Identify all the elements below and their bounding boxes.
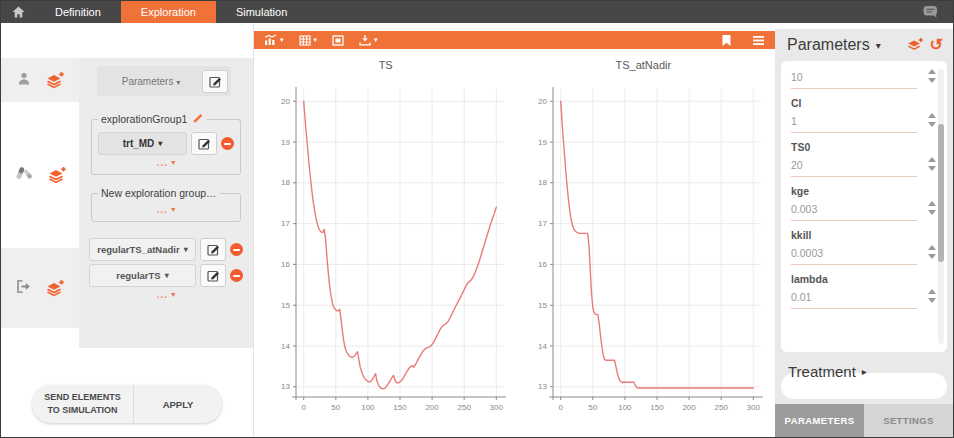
edit-trt-md-button[interactable] bbox=[191, 132, 217, 155]
param-stepper-kge[interactable] bbox=[928, 201, 936, 215]
svg-text:15: 15 bbox=[538, 301, 547, 310]
group-item-trt-md-dropdown[interactable]: trt_MD▾ bbox=[98, 132, 187, 155]
apply-button[interactable]: APPLY bbox=[134, 385, 222, 423]
svg-text:100: 100 bbox=[361, 403, 375, 412]
caret-down-icon: ▾ bbox=[171, 205, 175, 214]
param-input-ts0[interactable]: 20 bbox=[791, 155, 917, 177]
edit-regularts-button[interactable] bbox=[200, 264, 226, 287]
svg-text:200: 200 bbox=[425, 403, 439, 412]
home-icon[interactable] bbox=[1, 1, 35, 23]
rename-group-icon[interactable] bbox=[192, 112, 204, 126]
add-parameter-layer-button[interactable] bbox=[45, 71, 65, 89]
send-elements-to-simulation-button[interactable]: SEND ELEMENTS TO SIMULATION bbox=[32, 385, 134, 423]
caret-down-icon: ▾ bbox=[374, 36, 378, 44]
parameters-card: 10 Cl 1 TS0 20 kge 0.003 bbox=[781, 61, 947, 352]
param-stepper-kkill[interactable] bbox=[928, 245, 936, 259]
grid-layout-icon[interactable]: ▾ bbox=[299, 35, 318, 46]
param-field-kkill: kkill 0.0003 bbox=[791, 229, 917, 265]
param-input-cl[interactable]: 1 bbox=[791, 111, 917, 133]
charts-panel: ▾ ▾ ▾ bbox=[254, 23, 775, 437]
svg-text:13: 13 bbox=[538, 382, 547, 391]
parameters-panel-title[interactable]: Parameters bbox=[787, 36, 870, 54]
add-output-layer-button[interactable] bbox=[45, 279, 65, 297]
chart-ts: TS 0501001502002503001314151617181920 bbox=[260, 51, 512, 437]
outputs-rail-section bbox=[1, 248, 79, 328]
param-stepper-ts0[interactable] bbox=[928, 157, 936, 171]
person-icon bbox=[16, 71, 32, 90]
parameters-selector[interactable]: Parameters ▾ bbox=[100, 76, 202, 87]
tab-settings[interactable]: SETTINGS bbox=[864, 404, 953, 437]
svg-text:15: 15 bbox=[281, 301, 290, 310]
svg-text:200: 200 bbox=[683, 403, 697, 412]
param-stepper-lambda[interactable] bbox=[928, 289, 936, 303]
svg-text:18: 18 bbox=[281, 178, 290, 187]
svg-text:0: 0 bbox=[559, 403, 564, 412]
svg-text:150: 150 bbox=[651, 403, 665, 412]
caret-down-icon: ▾ bbox=[184, 245, 188, 254]
treatments-rail-section bbox=[1, 102, 79, 248]
svg-text:20: 20 bbox=[281, 97, 290, 106]
tab-definition[interactable]: Definition bbox=[35, 1, 121, 23]
svg-text:19: 19 bbox=[281, 138, 290, 147]
svg-text:250: 250 bbox=[715, 403, 729, 412]
panel-layout-icon[interactable] bbox=[332, 35, 344, 46]
param-input-kkill[interactable]: 0.0003 bbox=[791, 243, 917, 265]
output-export-icon bbox=[15, 279, 32, 298]
new-group-add-element-dropdown[interactable]: ... ▾ bbox=[98, 205, 234, 214]
param-field-kge: kge 0.003 bbox=[791, 185, 917, 221]
param-stepper-0[interactable] bbox=[928, 69, 936, 83]
param-input-kge[interactable]: 0.003 bbox=[791, 199, 917, 221]
parameters-panel: Parameters ▾ ↺ 10 Cl 1 bbox=[775, 23, 953, 437]
chart-title-ts: TS bbox=[379, 59, 393, 75]
panel-tabs: PARAMETERS SETTINGS bbox=[775, 404, 953, 437]
exploration-group-1: explorationGroup1 trt_MD▾ ... ▾ bbox=[91, 112, 241, 175]
tab-parameters[interactable]: PARAMETERS bbox=[775, 404, 864, 437]
remove-regularts-atnadir-button[interactable] bbox=[230, 243, 243, 256]
edit-parameters-button[interactable] bbox=[202, 70, 228, 93]
svg-text:17: 17 bbox=[281, 219, 290, 228]
scrollbar[interactable] bbox=[938, 69, 944, 344]
menu-icon[interactable] bbox=[752, 35, 765, 46]
param-label: lambda bbox=[791, 273, 917, 285]
param-field-ts0: TS0 20 bbox=[791, 141, 917, 177]
parameters-selector-row: Parameters ▾ bbox=[97, 66, 231, 96]
output-regularts-dropdown[interactable]: regularTS▾ bbox=[89, 264, 196, 287]
group-add-element-dropdown[interactable]: ... ▾ bbox=[98, 158, 234, 167]
scrollbar-thumb[interactable] bbox=[938, 124, 944, 262]
svg-text:19: 19 bbox=[538, 138, 547, 147]
svg-text:100: 100 bbox=[619, 403, 633, 412]
svg-text:250: 250 bbox=[457, 403, 471, 412]
remove-trt-md-button[interactable] bbox=[221, 137, 234, 150]
ts-atnadir-line-chart: 0501001502002503001314151617181920 bbox=[517, 75, 769, 427]
sidebar-content: Parameters ▾ explorationGroup1 trt_MD▾ bbox=[79, 58, 253, 348]
export-download-icon[interactable]: ▾ bbox=[359, 34, 378, 46]
param-field-lambda: lambda 0.01 bbox=[791, 273, 917, 309]
caret-down-icon: ▾ bbox=[158, 139, 162, 148]
svg-text:14: 14 bbox=[538, 342, 547, 351]
add-treatment-layer-button[interactable] bbox=[47, 166, 67, 184]
param-input-0[interactable]: 10 bbox=[791, 67, 917, 89]
remove-regularts-button[interactable] bbox=[230, 269, 243, 282]
pills-icon bbox=[14, 165, 34, 185]
chat-bubble-icon[interactable] bbox=[922, 1, 939, 23]
param-stepper-cl[interactable] bbox=[928, 113, 936, 127]
top-navigation-bar: Definition Exploration Simulation bbox=[1, 1, 953, 23]
reset-parameters-icon[interactable]: ↺ bbox=[930, 38, 943, 52]
svg-text:0: 0 bbox=[301, 403, 306, 412]
tab-exploration[interactable]: Exploration bbox=[121, 1, 216, 23]
param-label: Cl bbox=[791, 97, 917, 109]
tab-simulation[interactable]: Simulation bbox=[216, 1, 307, 23]
output-add-element-dropdown[interactable]: ... ▾ bbox=[89, 290, 243, 299]
treatment-title[interactable]: Treatment ▸ bbox=[788, 363, 867, 380]
bookmark-icon[interactable] bbox=[721, 34, 732, 47]
param-input-lambda[interactable]: 0.01 bbox=[791, 287, 917, 309]
svg-text:20: 20 bbox=[538, 97, 547, 106]
action-buttons-group: SEND ELEMENTS TO SIMULATION APPLY bbox=[32, 385, 222, 423]
edit-regularts-atnadir-button[interactable] bbox=[200, 238, 226, 261]
add-parameter-set-button[interactable] bbox=[906, 37, 924, 53]
ts-line-chart: 0501001502002503001314151617181920 bbox=[260, 75, 512, 427]
output-regularts-atnadir-dropdown[interactable]: regularTS_atNadir▾ bbox=[89, 238, 196, 261]
param-field-cl: Cl 1 bbox=[791, 97, 917, 133]
chart-type-icon[interactable]: ▾ bbox=[264, 34, 284, 46]
caret-down-icon: ▾ bbox=[176, 78, 180, 87]
